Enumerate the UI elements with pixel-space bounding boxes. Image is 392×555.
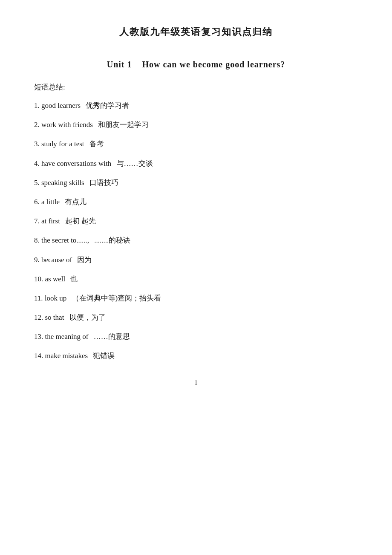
phrase-chinese: 犯错误 (91, 352, 115, 360)
phrase-chinese: 起初 起先 (63, 217, 96, 225)
phrase-chinese: 备考 (88, 140, 104, 148)
phrase-chinese: 与……交谈 (115, 159, 153, 168)
phrase-number: 4. (34, 159, 41, 168)
phrase-item: 3. study for a test 备考 (34, 138, 358, 150)
phrase-item: 7. at first 起初 起先 (34, 215, 358, 227)
phrase-item: 12. so that 以便，为了 (34, 312, 358, 323)
phrase-english: the meaning of (45, 332, 89, 341)
phrase-item: 10. as well 也 (34, 273, 358, 285)
phrase-english: so that (45, 313, 64, 321)
phrase-english: work with friends (41, 121, 93, 129)
phrase-english: look up (45, 294, 66, 302)
phrase-english: have conversations with (41, 159, 111, 168)
phrase-number: 11. (34, 294, 45, 302)
phrase-english: the secret to......, (41, 236, 89, 244)
phrase-chinese: 优秀的学习者 (84, 101, 129, 110)
phrase-item: 5. speaking skills 口语技巧 (34, 177, 358, 188)
phrase-number: 14. (34, 352, 45, 360)
phrase-item: 9. because of 因为 (34, 254, 358, 266)
phrase-english: speaking skills (41, 179, 84, 187)
unit-number: Unit 1 (107, 60, 132, 69)
phrase-english: as well (45, 275, 66, 283)
phrase-english: because of (41, 256, 72, 264)
phrase-item: 8. the secret to......, ........的秘诀 (34, 234, 358, 246)
phrase-item: 1. good learners 优秀的学习者 (34, 100, 358, 111)
phrase-number: 1. (34, 101, 41, 110)
phrase-number: 9. (34, 256, 41, 264)
phrase-number: 13. (34, 332, 45, 341)
phrase-english: good learners (41, 101, 81, 110)
phrase-english: at first (41, 217, 60, 225)
phrase-english: a little (41, 198, 60, 206)
unit-heading: How can we become good learners? (142, 60, 285, 69)
phrase-number: 2. (34, 121, 41, 129)
phrase-item: 14. make mistakes 犯错误 (34, 350, 358, 361)
phrase-item: 13. the meaning of ……的意思 (34, 331, 358, 342)
phrase-chinese: （在词典中等)查阅；抬头看 (70, 294, 161, 302)
phrase-item: 2. work with friends 和朋友一起学习 (34, 119, 358, 130)
phrase-chinese: 口语技巧 (88, 179, 118, 187)
phrase-chinese: ........的秘诀 (92, 236, 130, 244)
phrase-number: 12. (34, 313, 45, 321)
phrase-chinese: 以便，为了 (67, 313, 105, 321)
unit-title: Unit 1 How can we become good learners? (34, 60, 358, 69)
phrase-chinese: ……的意思 (92, 332, 130, 341)
phrase-number: 7. (34, 217, 41, 225)
phrase-number: 10. (34, 275, 45, 283)
phrase-chinese: 也 (69, 275, 78, 283)
phrase-chinese: 有点儿 (63, 198, 86, 206)
section-label: 短语总结: (34, 82, 358, 92)
phrase-english: make mistakes (45, 352, 88, 360)
phrase-number: 5. (34, 179, 41, 187)
phrase-item: 4. have conversations with 与……交谈 (34, 158, 358, 169)
phrase-chinese: 和朋友一起学习 (96, 121, 149, 129)
phrase-item: 6. a little 有点儿 (34, 196, 358, 208)
phrase-chinese: 因为 (75, 256, 92, 264)
phrase-item: 11. look up （在词典中等)查阅；抬头看 (34, 292, 358, 304)
phrase-list: 1. good learners 优秀的学习者2. work with frie… (34, 100, 358, 362)
phrase-number: 6. (34, 198, 41, 206)
page-number: 1 (34, 379, 358, 387)
page-title: 人教版九年级英语复习知识点归纳 (34, 26, 358, 38)
phrase-number: 8. (34, 236, 41, 244)
phrase-english: study for a test (41, 140, 84, 148)
phrase-number: 3. (34, 140, 41, 148)
